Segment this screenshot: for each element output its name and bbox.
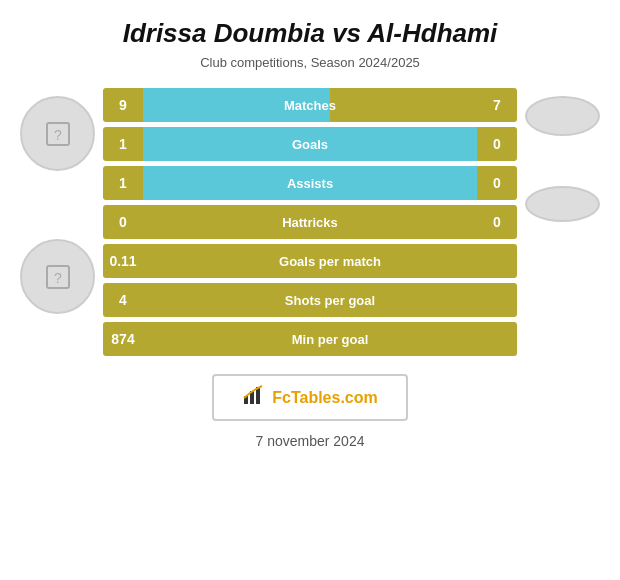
stat-right-val-0: 7 <box>477 88 517 122</box>
right-avatars <box>525 96 600 222</box>
stat-bar-1: Goals <box>143 127 477 161</box>
logo-fc: Fc <box>272 389 291 406</box>
stat-left-val-1: 1 <box>103 127 143 161</box>
avatar-left-1: ? <box>20 96 95 171</box>
stat-right-val-2: 0 <box>477 166 517 200</box>
svg-text:?: ? <box>54 127 62 143</box>
stat-label-6: Min per goal <box>292 332 369 347</box>
stat-left-val-5: 4 <box>103 283 143 317</box>
stat-left-val-0: 9 <box>103 88 143 122</box>
stat-label-1: Goals <box>292 137 328 152</box>
stat-row-4: 0.11Goals per match <box>103 244 517 278</box>
avatar-right-1 <box>525 96 600 136</box>
stat-left-val-2: 1 <box>103 166 143 200</box>
main-section: ? ? 9Matches71Goals01Assists00Hattricks0… <box>20 88 600 356</box>
stat-bar-4: Goals per match <box>143 244 517 278</box>
stat-row-2: 1Assists0 <box>103 166 517 200</box>
page-title: Idrissa Doumbia vs Al-Hdhami <box>123 18 498 49</box>
stat-left-val-4: 0.11 <box>103 244 143 278</box>
logo-section: FcTables.com <box>212 374 408 421</box>
page-container: Idrissa Doumbia vs Al-Hdhami Club compet… <box>0 0 620 580</box>
stat-label-5: Shots per goal <box>285 293 375 308</box>
page-subtitle: Club competitions, Season 2024/2025 <box>200 55 420 70</box>
stat-bar-5: Shots per goal <box>143 283 517 317</box>
stat-bar-6: Min per goal <box>143 322 517 356</box>
stat-row-3: 0Hattricks0 <box>103 205 517 239</box>
logo-icon <box>242 384 264 411</box>
stat-row-1: 1Goals0 <box>103 127 517 161</box>
stat-label-2: Assists <box>287 176 333 191</box>
logo-tables: Tables.com <box>291 389 378 406</box>
avatar-left-2: ? <box>20 239 95 314</box>
left-avatars: ? ? <box>20 96 95 314</box>
stat-right-val-1: 0 <box>477 127 517 161</box>
stat-right-val-3: 0 <box>477 205 517 239</box>
stat-label-0: Matches <box>284 98 336 113</box>
logo-text: FcTables.com <box>272 389 378 407</box>
svg-text:?: ? <box>54 270 62 286</box>
stat-bar-2: Assists <box>143 166 477 200</box>
stat-row-0: 9Matches7 <box>103 88 517 122</box>
stats-section: 9Matches71Goals01Assists00Hattricks00.11… <box>103 88 517 356</box>
stat-bar-3: Hattricks <box>143 205 477 239</box>
stat-row-6: 874Min per goal <box>103 322 517 356</box>
stat-bar-0: Matches <box>143 88 477 122</box>
stat-left-val-6: 874 <box>103 322 143 356</box>
footer-date: 7 november 2024 <box>256 433 365 449</box>
avatar-right-2 <box>525 186 600 222</box>
stat-label-3: Hattricks <box>282 215 338 230</box>
stat-label-4: Goals per match <box>279 254 381 269</box>
stat-row-5: 4Shots per goal <box>103 283 517 317</box>
stat-left-val-3: 0 <box>103 205 143 239</box>
